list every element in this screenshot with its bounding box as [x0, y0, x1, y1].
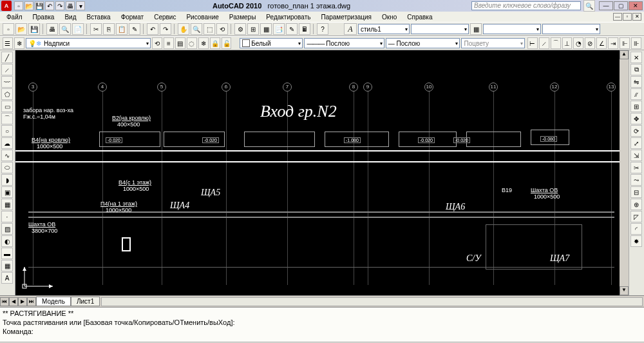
stretch-icon[interactable]: ⇲ [630, 150, 642, 161]
copy-icon[interactable]: ⎘ [103, 23, 115, 35]
scale-icon[interactable]: ⤢ [630, 137, 642, 149]
fillet-icon[interactable]: ◜ [630, 223, 642, 235]
search-icon[interactable]: 🔍 [583, 0, 595, 12]
markup-icon[interactable]: ✎ [286, 23, 298, 35]
mleader-style-combo[interactable] [542, 24, 600, 34]
open-icon[interactable]: 📂 [15, 23, 27, 35]
cut-icon[interactable]: ✂ [90, 23, 102, 35]
close-button[interactable]: ✕ [629, 1, 643, 10]
command-input[interactable] [35, 327, 641, 336]
trim-icon[interactable]: ✂ [630, 162, 642, 173]
rectangle-icon[interactable]: ▭ [1, 101, 13, 112]
mtext-icon[interactable]: A [1, 272, 13, 284]
color-combo[interactable]: Белый [240, 38, 303, 48]
mirror-icon[interactable]: ⇋ [630, 76, 642, 88]
horizontal-scrollbar[interactable] [101, 297, 643, 306]
qat-more-icon[interactable]: ▾ [76, 1, 85, 10]
maximize-button[interactable]: ▢ [614, 1, 628, 10]
layer-states-icon[interactable]: ❄ [14, 37, 24, 49]
dim-style-combo[interactable] [411, 24, 469, 34]
autocad-logo-icon[interactable]: A [1, 1, 12, 11]
help-search-input[interactable]: Введите ключевое слово/фразу [471, 1, 581, 10]
pan-icon[interactable]: ✋ [178, 23, 189, 35]
qat-undo-icon[interactable]: ↶ [45, 1, 54, 10]
layer-match-icon[interactable]: ≡ [164, 37, 174, 49]
layer-iso-icon[interactable]: ▤ [175, 37, 185, 49]
insert-block-icon[interactable]: ▣ [1, 186, 13, 198]
dim-diameter-icon[interactable]: ⊘ [585, 37, 595, 49]
break-icon[interactable]: ⊟ [630, 186, 642, 198]
menu-insert[interactable]: Вставка [82, 14, 114, 21]
arc-icon[interactable]: ⌒ [1, 113, 13, 124]
menu-file[interactable]: Файл [3, 14, 26, 21]
qat-new-icon[interactable]: ▫ [14, 1, 23, 10]
make-block-icon[interactable]: ▦ [1, 199, 13, 210]
doc-minimize-button[interactable]: — [613, 13, 622, 21]
menu-format[interactable]: Формат [117, 14, 148, 21]
paste-icon[interactable]: 📋 [116, 23, 128, 35]
print-icon[interactable]: 🖶 [46, 23, 58, 35]
menu-modify[interactable]: Редактировать [262, 14, 314, 21]
qat-save-icon[interactable]: 💾 [35, 1, 44, 10]
save-icon[interactable]: 💾 [28, 23, 40, 35]
tab-sheet1[interactable]: Лист1 [71, 297, 100, 306]
copy-obj-icon[interactable]: ⧉ [630, 64, 642, 75]
tab-model[interactable]: Модель [36, 297, 71, 306]
offset-icon[interactable]: ⫽ [630, 88, 642, 100]
preview-icon[interactable]: 🔍 [59, 23, 71, 35]
redo-icon[interactable]: ↷ [160, 23, 171, 35]
properties-icon[interactable]: ⚙ [234, 23, 246, 35]
explode-icon[interactable]: ✸ [630, 235, 642, 247]
publish-icon[interactable]: 📄 [72, 23, 84, 35]
qat-open-icon[interactable]: 📂 [24, 1, 33, 10]
tab-last-icon[interactable]: ⏭ [27, 297, 36, 306]
circle-icon[interactable]: ○ [1, 125, 13, 137]
move-icon[interactable]: ✥ [630, 113, 642, 124]
xline-icon[interactable]: ⟋ [1, 64, 13, 75]
layer-off-icon[interactable]: ◌ [187, 37, 197, 49]
region-icon[interactable]: ▬ [1, 248, 13, 259]
point-icon[interactable]: · [1, 211, 13, 222]
dim-quick-icon[interactable]: ⇥ [608, 37, 618, 49]
gradient-icon[interactable]: ◐ [1, 235, 13, 247]
qat-print-icon[interactable]: 🖶 [66, 1, 75, 10]
menu-window[interactable]: Окно [378, 14, 401, 21]
dim-continue-icon[interactable]: ⊪ [631, 37, 641, 49]
rotate-icon[interactable]: ⟳ [630, 125, 642, 137]
array-icon[interactable]: ⊞ [630, 101, 642, 112]
layer-prev-icon[interactable]: ⟲ [152, 37, 162, 49]
ellipse-icon[interactable]: ⬭ [1, 162, 13, 173]
new-icon[interactable]: ▫ [3, 23, 14, 35]
extend-icon[interactable]: ⤳ [630, 174, 642, 186]
minimize-button[interactable]: — [599, 1, 613, 10]
menu-help[interactable]: Справка [403, 14, 436, 21]
layer-freeze-icon[interactable]: ❄ [198, 37, 209, 49]
menu-parametric[interactable]: Параметризация [317, 14, 375, 21]
join-icon[interactable]: ⊕ [630, 199, 642, 210]
vertical-scrollbar[interactable]: ▲ ▼ [620, 50, 629, 295]
menu-dimension[interactable]: Размеры [225, 14, 260, 21]
undo-icon[interactable]: ↶ [147, 23, 158, 35]
line-icon[interactable]: ╱ [1, 52, 13, 63]
table-icon[interactable]: ▦ [1, 260, 13, 271]
dim-radius-icon[interactable]: ◔ [573, 37, 583, 49]
layer-combo[interactable]: 💡❄Надписи [26, 38, 151, 48]
spline-icon[interactable]: ∿ [1, 150, 13, 161]
chamfer-icon[interactable]: ◸ [630, 211, 642, 222]
revcloud-icon[interactable]: ☁ [1, 137, 13, 149]
doc-close-button[interactable]: ✕ [632, 13, 641, 21]
menu-tools[interactable]: Сервис [150, 14, 180, 21]
match-icon[interactable]: ✎ [129, 23, 140, 35]
layer-manager-icon[interactable]: ☰ [3, 37, 13, 49]
menu-edit[interactable]: Правка [29, 14, 59, 21]
quickcalc-icon[interactable]: 🖩 [299, 23, 310, 35]
layer-lock-icon[interactable]: 🔒 [210, 37, 220, 49]
dim-angular-icon[interactable]: ∠ [596, 37, 607, 49]
plotstyle-combo[interactable]: Поцвету [461, 38, 524, 48]
doc-restore-button[interactable]: ▫ [623, 13, 632, 21]
dim-arc-icon[interactable]: ⌒ [551, 37, 561, 49]
dim-aligned-icon[interactable]: ⟋ [539, 37, 549, 49]
zoom-window-icon[interactable]: ⬚ [204, 23, 215, 35]
tab-next-icon[interactable]: ▶ [18, 297, 27, 306]
tab-first-icon[interactable]: ⏮ [0, 297, 9, 306]
